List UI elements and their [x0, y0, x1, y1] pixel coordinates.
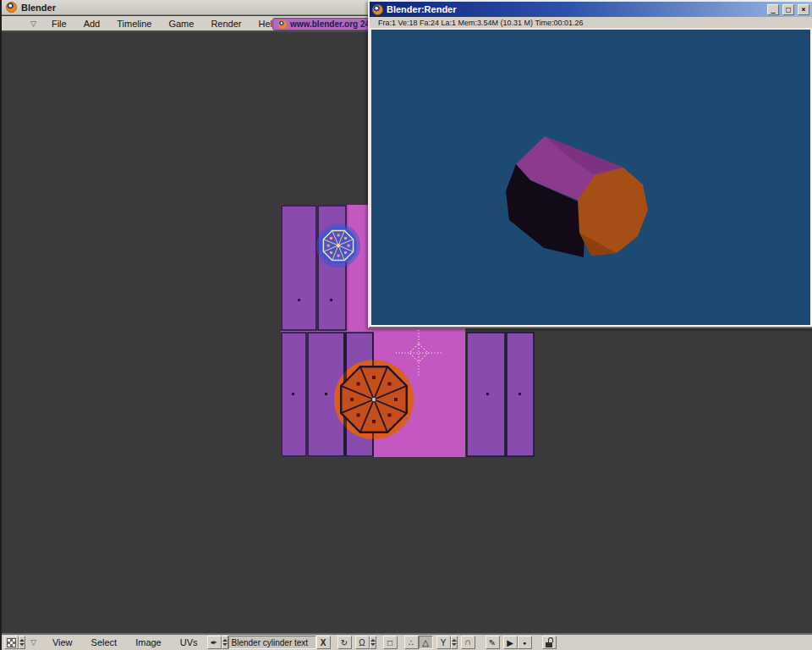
close-button[interactable]: × — [798, 4, 809, 15]
version-badge: www.blender.org 246 — [272, 18, 381, 30]
render-stats: Fra:1 Ve:18 Fa:24 La:1 Mem:3.54M (10.31 … — [370, 17, 812, 28]
render-result-area — [370, 28, 812, 327]
chevron-down-icon[interactable]: ▽ — [30, 19, 36, 28]
menu-timeline[interactable]: Timeline — [108, 19, 160, 29]
minimize-button[interactable]: _ — [767, 4, 779, 15]
menu-uvs[interactable]: UVs — [171, 637, 207, 647]
sticky-selection-button[interactable]: Y — [436, 636, 451, 649]
omega-icon: Ω — [359, 638, 365, 647]
blender-logo-icon — [372, 4, 383, 15]
game-properties-button[interactable]: Ω — [355, 636, 370, 649]
blender-app: Blender ▽ File Add Timeline Game Render … — [0, 0, 812, 650]
menu-image[interactable]: Image — [126, 637, 171, 647]
image-name-field[interactable]: Blender cylinder text — [228, 636, 316, 649]
refresh-icon: ↻ — [341, 638, 348, 647]
blender-logo-icon — [278, 20, 287, 29]
chevron-down-icon[interactable]: ▽ — [30, 638, 36, 647]
maximize-button[interactable]: □ — [782, 4, 794, 15]
uv-editor-header: ▽ View Select Image UVs ✒ Blender cylind… — [2, 633, 812, 650]
snap-button[interactable]: ∩ — [461, 636, 475, 649]
version-badge-label: www.blender.org 246 — [290, 19, 375, 29]
magnet-icon: ∩ — [464, 636, 471, 647]
image-paint-button[interactable]: ✎ — [486, 636, 500, 649]
render-window-titlebar[interactable]: Blender:Render _ □ × — [370, 2, 812, 17]
menu-add[interactable]: Add — [75, 19, 109, 29]
sticky-selection-selector[interactable] — [451, 636, 458, 649]
uv-face-select-button[interactable]: △ — [419, 636, 433, 649]
blender-logo-icon — [6, 2, 17, 13]
editor-type-button[interactable] — [4, 636, 19, 649]
refresh-image-button[interactable]: ↻ — [337, 636, 352, 649]
uv-image-editor-icon — [7, 638, 16, 647]
square-icon: □ — [387, 638, 392, 647]
editor-type-selector[interactable] — [19, 636, 25, 649]
pin-icon: ✒ — [211, 638, 217, 647]
record-button[interactable]: ● — [518, 636, 532, 649]
lock-update-button[interactable] — [542, 636, 557, 649]
uv-rotation-pivot-button[interactable]: □ — [383, 636, 398, 649]
menu-render[interactable]: Render — [202, 19, 250, 29]
record-dot-icon: ● — [523, 640, 526, 646]
pencil-icon: ✎ — [489, 638, 496, 647]
render-window: Blender:Render _ □ × Fra:1 Ve:18 Fa:24 L… — [368, 0, 812, 328]
sticky-y-icon: Y — [441, 638, 447, 647]
unlink-image-button[interactable]: X — [316, 636, 331, 649]
browse-image-selector[interactable] — [222, 636, 228, 649]
menu-view[interactable]: View — [43, 637, 82, 647]
uv-octagon-bottom — [341, 366, 407, 432]
vertex-dots-icon: ∴ — [409, 638, 414, 647]
menu-game[interactable]: Game — [160, 19, 202, 29]
uv-vertex-select-button[interactable]: ∴ — [404, 636, 419, 649]
unlock-icon — [546, 637, 553, 647]
menu-select[interactable]: Select — [82, 637, 127, 647]
pin-image-button[interactable]: ✒ — [207, 636, 222, 649]
render-window-title: Blender:Render — [387, 4, 764, 14]
realtime-preview-button[interactable]: ▶ — [503, 636, 518, 649]
game-properties-selector[interactable] — [370, 636, 376, 649]
play-icon: ▶ — [507, 638, 513, 647]
rendered-cylinder — [371, 30, 810, 325]
uv-octagon-top — [323, 230, 353, 260]
menu-file[interactable]: File — [43, 19, 75, 29]
triangle-icon: △ — [422, 638, 429, 647]
main-window-title: Blender — [21, 3, 56, 13]
